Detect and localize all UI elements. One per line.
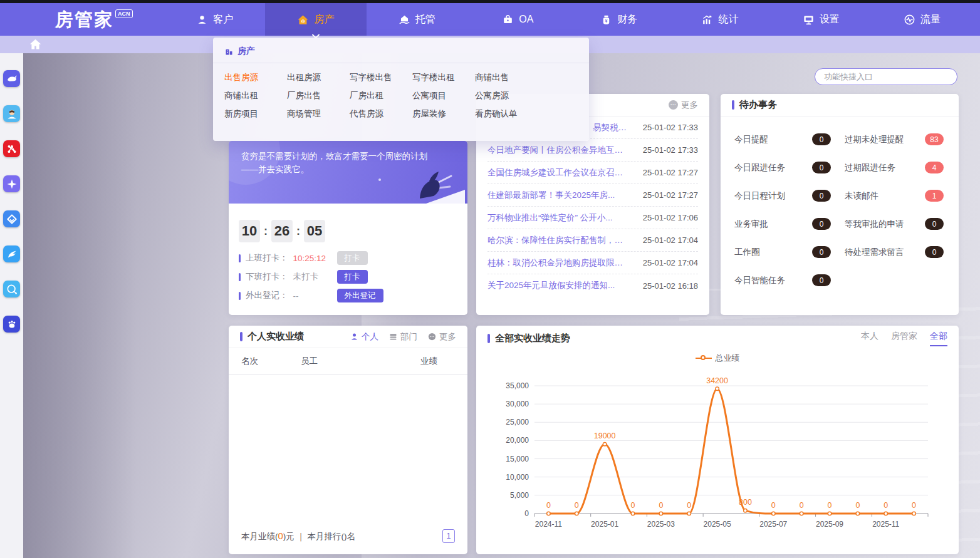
top-nav: 房管家 ACN 客户¥房产托管OA¥财务统计设置流量 [0,3,980,36]
nav-item-label: 设置 [820,13,840,26]
todo-item-4[interactable]: 今日日程计划0 [734,182,840,210]
property-menu-item-12[interactable]: 代售房源 [350,105,412,123]
trend-tab-1[interactable]: 房管家 [891,331,917,346]
todo-count-badge: 0 [812,162,831,173]
property-menu-item-10[interactable]: 新房项目 [224,105,287,123]
punch-button-0[interactable]: 打卡 [337,251,368,265]
punch-value: 未打卡 [293,271,332,282]
nav-item-settings[interactable]: 设置 [771,3,872,36]
perf-tab-more[interactable]: 更多 [427,331,456,343]
svg-text:2025-05: 2025-05 [704,520,731,529]
todo-item-9[interactable]: 待处理需求留言0 [840,238,945,266]
punch-button-1[interactable]: 打卡 [337,270,368,284]
punch-value: 10:25:12 [293,254,332,263]
perf-tab-personal[interactable]: 个人 [350,331,378,343]
department-icon [388,332,398,341]
pagination-page-1[interactable]: 1 [442,529,455,543]
property-menu-item-11[interactable]: 商场管理 [287,105,350,123]
avatar-app-icon[interactable] [3,105,20,122]
todo-item-7[interactable]: 等我审批的申请0 [840,210,945,238]
nav-item-traffic[interactable]: 流量 [872,3,972,36]
todo-count-badge: 0 [812,133,831,145]
home-app-icon[interactable] [3,210,20,227]
nav-item-label: OA [519,14,533,25]
todo-item-2[interactable]: 今日跟进任务0 [734,153,840,182]
property-menu-item-1[interactable]: 出租房源 [287,68,350,86]
property-menu-item-5[interactable]: 商铺出租 [224,86,287,105]
nav-item-customers[interactable]: 客户 [164,3,265,36]
nav-item-finance[interactable]: ¥财务 [568,3,669,36]
property-menu-item-9[interactable]: 公寓房源 [475,86,538,105]
app-logo-badge: ACN [115,9,133,18]
nav-item-label: 统计 [718,13,738,26]
news-time: 25-01-02 17:33 [643,145,698,155]
todo-count-badge: 83 [925,133,944,145]
todo-grid: 今日提醒0过期未处理提醒83今日跟进任务0过期跟进任务4今日日程计划0未读邮件1… [721,116,959,294]
news-title: 住建部最新部署！事关2025年房... [487,190,615,201]
news-item-3[interactable]: 住建部最新部署！事关2025年房...25-01-02 17:27 [487,184,698,207]
news-item-2[interactable]: 全国住房城乡建设工作会议在京召开...25-01-02 17:27 [487,162,698,184]
oa-icon [502,14,514,26]
property-menu-item-7[interactable]: 厂房出租 [350,86,412,105]
trend-tab-0[interactable]: 本人 [861,331,878,346]
svg-text:30,000: 30,000 [506,400,529,408]
trend-tab-2[interactable]: 全部 [930,331,947,346]
quick-entry-input[interactable] [815,68,957,85]
chat-app-icon[interactable] [3,281,20,297]
motivation-quote: 贫穷是不需要计划的，致富才需要一个周密的计划——并去实践它。 [229,141,449,177]
nav-item-statistics[interactable]: 统计 [669,3,770,36]
todo-item-0[interactable]: 今日提醒0 [734,125,840,153]
punch-button-2[interactable]: 外出登记 [337,289,383,302]
property-menu-item-13[interactable]: 房屋装修 [412,105,475,123]
property-menu-item-0[interactable]: 出售房源 [224,68,287,86]
news-time: 25-01-02 17:33 [643,123,698,132]
property-menu-item-4[interactable]: 商铺出售 [475,68,538,86]
performance-footer: 本月业绩(0)元 ｜ 本月排行()名 1 [229,529,467,543]
property-menu-item-6[interactable]: 厂房出售 [287,86,350,105]
news-time: 25-01-02 17:04 [643,235,698,245]
settings-icon [803,14,815,26]
home-icon[interactable] [29,38,42,51]
property-dropdown-menu: 房产 出售房源出租房源写字楼出售写字楼出租商铺出售商铺出租厂房出售厂房出租公寓项… [213,38,589,141]
finance-icon: ¥ [600,14,612,26]
news-title: 全国住房城乡建设工作会议在京召开... [487,167,627,178]
nav-item-oa[interactable]: OA [467,3,568,36]
news-item-5[interactable]: 哈尔滨：保障性住房实行配售制，实...25-01-02 17:04 [487,229,698,252]
news-item-1[interactable]: 今日地产要闻丨住房公积金异地互认...25-01-02 17:33 [487,139,698,162]
news-item-4[interactable]: 万科物业推出“弹性定价” 公开小...25-01-02 17:06 [487,207,698,229]
nav-item-property[interactable]: ¥房产 [265,3,366,36]
personal-icon [350,332,359,341]
svg-text:35,000: 35,000 [506,381,529,390]
app-logo[interactable]: 房管家 ACN [55,8,133,31]
chart-legend: 总业绩 [476,351,959,366]
punch-label: 上班打卡： [246,252,288,264]
news-item-7[interactable]: 关于2025年元旦放假安排的通知...25-01-02 16:18 [487,274,698,297]
news-title: 哈尔滨：保障性住房实行配售制，实... [487,235,627,246]
property-menu-item-3[interactable]: 写字楼出租 [412,68,475,86]
whale-app-icon[interactable] [3,70,20,87]
nav-item-trusteeship[interactable]: 托管 [367,3,467,36]
perf-tab-department[interactable]: 部门 [388,331,417,343]
property-menu-item-8[interactable]: 公寓项目 [412,86,475,105]
news-item-6[interactable]: 桂林：取消公积金异地购房提取限制...25-01-02 17:04 [487,252,698,274]
star-app-icon[interactable] [3,175,20,192]
todo-item-6[interactable]: 业务审批0 [734,210,840,238]
todo-item-8[interactable]: 工作圈0 [734,238,840,266]
todo-count-badge: 0 [925,218,944,230]
property-menu-item-14[interactable]: 看房确认单 [475,105,538,123]
wing-app-icon[interactable] [3,245,20,262]
paw-app-icon[interactable] [3,316,20,333]
todo-item-10[interactable]: 今日智能任务0 [734,266,840,294]
property-menu-item-2[interactable]: 写字楼出售 [350,68,412,86]
svg-text:0: 0 [771,501,776,510]
svg-text:2025-07: 2025-07 [759,520,787,529]
svg-text:0: 0 [546,501,551,510]
todo-item-1[interactable]: 过期未处理提醒83 [840,125,945,153]
todo-item-5[interactable]: 未读邮件1 [840,182,945,210]
svg-text:800: 800 [739,498,752,507]
network-app-icon[interactable] [3,140,20,157]
todo-item-3[interactable]: 过期跟进任务4 [840,153,945,182]
news-time: 25-01-02 16:18 [643,281,698,291]
nav-item-label: 流量 [920,13,941,26]
performance-tabs: 个人部门更多 [350,331,456,343]
